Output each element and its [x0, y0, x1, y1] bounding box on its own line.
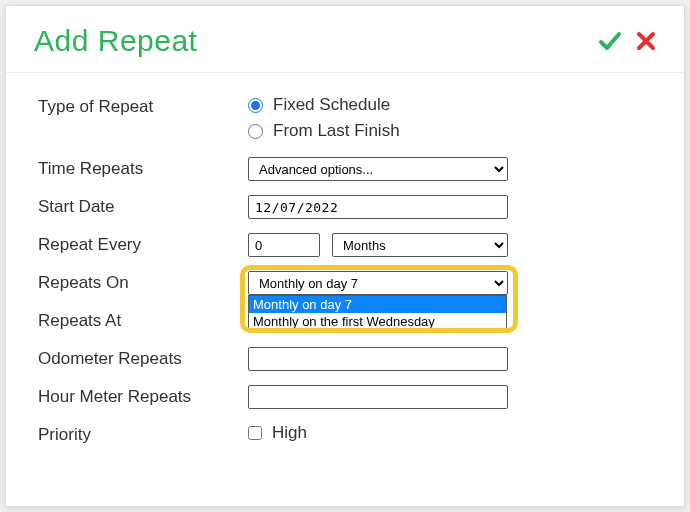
select-repeat-every-unit[interactable]: Months: [332, 233, 508, 257]
label-type-of-repeat: Type of Repeat: [38, 95, 248, 117]
label-repeats-at: Repeats At: [38, 309, 248, 331]
row-start-date: Start Date: [38, 195, 652, 219]
row-repeat-every: Repeat Every Months: [38, 233, 652, 257]
header-actions: [598, 29, 656, 53]
row-type-of-repeat: Type of Repeat Fixed Schedule From Last …: [38, 95, 652, 141]
label-time-repeats: Time Repeats: [38, 157, 248, 179]
label-start-date: Start Date: [38, 195, 248, 217]
close-icon: [636, 31, 656, 51]
label-repeats-on: Repeats On: [38, 271, 248, 293]
dropdown-option-first-wed[interactable]: Monthly on the first Wednesday: [249, 313, 506, 330]
input-start-date[interactable]: [248, 195, 508, 219]
row-odometer-repeats: Odometer Repeats: [38, 347, 652, 371]
modal-title: Add Repeat: [34, 24, 197, 58]
input-odometer-repeats[interactable]: [248, 347, 508, 371]
check-icon: [598, 29, 622, 53]
row-repeats-on: Repeats On Monthly on day 7 Monthly on d…: [38, 271, 652, 295]
checkbox-high-priority-label: High: [272, 423, 307, 443]
label-repeat-every: Repeat Every: [38, 233, 248, 255]
cancel-button[interactable]: [636, 31, 656, 51]
select-time-repeats[interactable]: Advanced options...: [248, 157, 508, 181]
radio-fixed-schedule-label: Fixed Schedule: [273, 95, 390, 115]
label-hour-meter-repeats: Hour Meter Repeats: [38, 385, 248, 407]
input-repeat-every-num[interactable]: [248, 233, 320, 257]
checkbox-high-priority[interactable]: High: [248, 423, 652, 443]
confirm-button[interactable]: [598, 29, 622, 53]
label-priority: Priority: [38, 423, 248, 445]
radio-from-last-finish-input[interactable]: [248, 124, 263, 139]
modal-body: Type of Repeat Fixed Schedule From Last …: [6, 73, 684, 469]
radio-fixed-schedule[interactable]: Fixed Schedule: [248, 95, 652, 115]
label-odometer-repeats: Odometer Repeats: [38, 347, 248, 369]
radio-from-last-finish-label: From Last Finish: [273, 121, 400, 141]
row-hour-meter-repeats: Hour Meter Repeats: [38, 385, 652, 409]
row-priority: Priority High: [38, 423, 652, 445]
radio-from-last-finish[interactable]: From Last Finish: [248, 121, 652, 141]
row-time-repeats: Time Repeats Advanced options...: [38, 157, 652, 181]
dropdown-option-day7[interactable]: Monthly on day 7: [249, 296, 506, 313]
radio-fixed-schedule-input[interactable]: [248, 98, 263, 113]
checkbox-high-priority-input[interactable]: [248, 426, 262, 440]
select-repeats-on[interactable]: Monthly on day 7: [248, 271, 508, 295]
modal-header: Add Repeat: [6, 6, 684, 73]
dropdown-repeats-on: Monthly on day 7 Monthly on the first We…: [248, 295, 507, 331]
add-repeat-modal: Add Repeat Type of Repeat Fixed Schedule…: [5, 5, 685, 507]
input-hour-meter-repeats[interactable]: [248, 385, 508, 409]
